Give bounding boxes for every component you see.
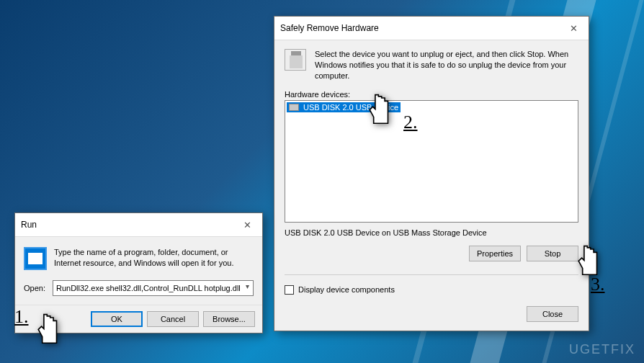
browse-button[interactable]: Browse... — [203, 311, 255, 327]
device-item-usb[interactable]: USB DISK 2.0 USB Device — [287, 102, 401, 112]
run-dialog: Run ✕ Type the name of a program, folder… — [14, 212, 263, 333]
annotation-3: 3. — [591, 274, 605, 295]
button-row: Properties Stop — [274, 240, 589, 270]
stop-button[interactable]: Stop — [527, 246, 578, 261]
device-name: USB DISK 2.0 USB Device — [303, 103, 398, 112]
properties-button[interactable]: Properties — [469, 246, 521, 261]
open-label: Open: — [24, 284, 45, 292]
device-list[interactable]: USB DISK 2.0 USB Device — [285, 100, 578, 223]
ok-button[interactable]: OK — [91, 311, 143, 327]
close-icon[interactable]: ✕ — [238, 218, 256, 232]
button-row: OK Cancel Browse... — [15, 305, 262, 333]
run-description: Type the name of a program, folder, docu… — [54, 247, 254, 269]
display-components-label: Display device components — [298, 285, 395, 294]
close-row: Close — [274, 300, 589, 331]
device-status: USB DISK 2.0 USB Device on USB Mass Stor… — [274, 223, 589, 240]
titlebar[interactable]: Run ✕ — [15, 213, 262, 237]
cancel-button[interactable]: Cancel — [147, 311, 199, 327]
dialog-description: Select the device you want to unplug or … — [315, 49, 578, 81]
display-components-row: Display device components — [274, 279, 589, 300]
dialog-title: Safely Remove Hardware — [280, 23, 379, 33]
usb-icon — [285, 49, 306, 71]
hardware-devices-label: Hardware devices: — [274, 87, 589, 100]
close-icon[interactable]: ✕ — [564, 21, 583, 35]
run-content: Type the name of a program, folder, docu… — [15, 237, 262, 276]
drive-icon — [289, 104, 299, 111]
separator — [285, 274, 578, 275]
close-button[interactable]: Close — [527, 306, 578, 322]
annotation-1: 1. — [14, 306, 29, 328]
watermark: UGETFIX — [569, 342, 635, 357]
dialog-title: Run — [21, 220, 37, 230]
safely-remove-dialog: Safely Remove Hardware ✕ Select the devi… — [274, 16, 589, 331]
titlebar[interactable]: Safely Remove Hardware ✕ — [274, 17, 589, 40]
open-row: Open: — [15, 276, 262, 305]
header-section: Select the device you want to unplug or … — [274, 40, 589, 87]
annotation-2: 2. — [403, 112, 418, 133]
display-components-checkbox[interactable] — [285, 285, 294, 295]
run-icon — [24, 247, 47, 270]
open-input[interactable] — [53, 280, 254, 296]
